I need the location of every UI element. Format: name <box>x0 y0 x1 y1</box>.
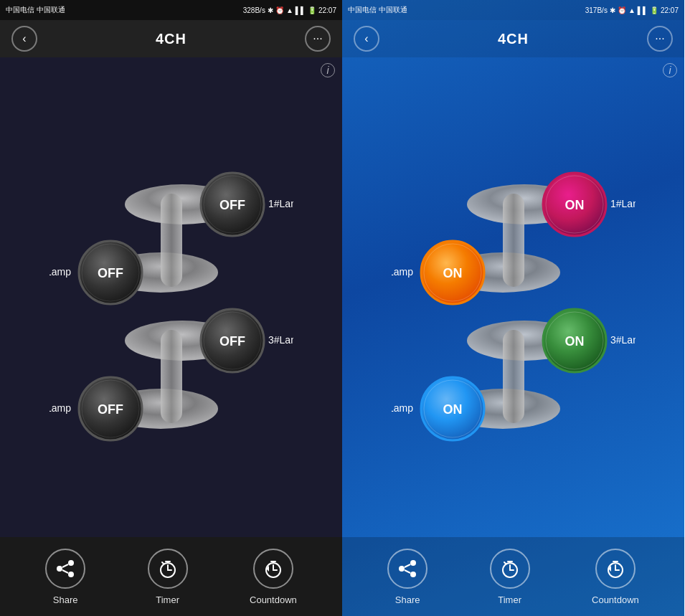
title-blue: 4CH <box>498 31 529 47</box>
dark-panel: 中国电信 中国联通 328B/s ✱ ⏰ ▲ ▌▌ 🔋 22:07 ‹ 4CH … <box>0 0 342 616</box>
svg-text:2#Lamp: 2#Lamp <box>392 266 413 278</box>
svg-rect-5 <box>161 330 182 423</box>
timer-icon-dark <box>148 549 188 589</box>
blue-panel: 中国电信 中国联通 317B/s ✱ ⏰ ▲ ▌▌ 🔋 22:07 ‹ 4CH … <box>342 0 684 616</box>
more-button-blue[interactable]: ··· <box>647 26 673 52</box>
svg-point-60 <box>410 560 416 566</box>
svg-text:ON: ON <box>564 198 584 212</box>
status-carrier-dark: 中国电信 中国联通 <box>6 5 65 15</box>
status-right-blue: 317B/s ✱ ⏰ ▲ ▌▌ 🔋 22:07 <box>585 6 679 14</box>
main-content-blue: ON 1#Lamp ON 2#Lamp ON 3#Lamp ON 4#Lamp <box>342 57 684 537</box>
svg-text:1#Lamp: 1#Lamp <box>610 198 636 209</box>
status-right-dark: 328B/s ✱ ⏰ ▲ ▌▌ 🔋 22:07 <box>243 6 336 14</box>
switch-cluster-blue: ON 1#Lamp ON 2#Lamp ON 3#Lamp ON 4#Lamp <box>342 57 684 537</box>
share-button-dark[interactable]: Share <box>45 549 85 605</box>
bottom-bar-dark: Share Timer <box>0 537 342 616</box>
svg-point-22 <box>68 560 74 566</box>
svg-text:ON: ON <box>443 402 462 417</box>
countdown-icon-dark <box>253 549 293 589</box>
battery-icon-blue: 🔋 <box>650 6 658 14</box>
top-bar-blue: ‹ 4CH ··· <box>342 20 684 57</box>
countdown-button-dark[interactable]: Countdown <box>250 549 297 605</box>
share-icon-blue <box>387 549 427 589</box>
svg-text:OFF: OFF <box>219 334 245 349</box>
alarm-icon-blue: ⏰ <box>618 6 626 14</box>
svg-rect-4 <box>161 194 182 287</box>
svg-line-70 <box>504 562 506 564</box>
share-icon-dark <box>45 549 85 589</box>
alarm-icon-dark: ⏰ <box>275 6 284 14</box>
svg-text:ON: ON <box>564 334 584 349</box>
svg-rect-42 <box>503 194 524 287</box>
wifi-icon-dark: ▲ <box>286 6 293 14</box>
battery-icon-dark: 🔋 <box>308 6 316 14</box>
svg-point-61 <box>399 566 405 572</box>
svg-text:OFF: OFF <box>219 198 245 212</box>
svg-text:3#Lamp: 3#Lamp <box>610 334 636 346</box>
signal-icon-blue: ▌▌ <box>638 6 648 14</box>
more-button-dark[interactable]: ··· <box>305 26 331 52</box>
status-carrier-blue: 中国电信 中国联通 <box>348 5 407 15</box>
svg-line-63 <box>405 564 410 567</box>
svg-text:4#Lamp: 4#Lamp <box>392 402 413 414</box>
svg-line-64 <box>405 570 410 573</box>
svg-text:ON: ON <box>443 266 462 280</box>
speed-dark: 328B/s <box>243 6 265 14</box>
status-bar-dark: 中国电信 中国联通 328B/s ✱ ⏰ ▲ ▌▌ 🔋 22:07 <box>0 0 342 20</box>
share-button-blue[interactable]: Share <box>387 549 427 605</box>
signal-icon-dark: ▌▌ <box>296 6 306 14</box>
back-button-blue[interactable]: ‹ <box>354 26 379 52</box>
main-content-dark: OFF 1#Lamp OFF 2#Lamp OFF 3#Lamp OFF <box>0 57 342 537</box>
timer-button-dark[interactable]: Timer <box>148 549 188 605</box>
svg-point-23 <box>57 566 62 572</box>
share-label-dark: Share <box>53 594 78 605</box>
svg-text:3#Lamp: 3#Lamp <box>268 334 293 346</box>
bt-icon-dark: ✱ <box>268 6 273 14</box>
bt-icon-blue: ✱ <box>610 6 615 14</box>
timer-label-blue: Timer <box>498 594 521 605</box>
timer-label-dark: Timer <box>156 594 179 605</box>
svg-text:OFF: OFF <box>98 402 123 417</box>
svg-text:2#Lamp: 2#Lamp <box>49 266 71 278</box>
svg-line-26 <box>62 570 68 573</box>
countdown-label-dark: Countdown <box>250 594 297 605</box>
speed-blue: 317B/s <box>585 6 608 14</box>
carrier1-blue: 中国电信 <box>348 5 377 15</box>
svg-line-25 <box>62 564 68 567</box>
timer-button-blue[interactable]: Timer <box>490 549 530 605</box>
svg-point-24 <box>68 572 74 577</box>
svg-point-62 <box>410 572 416 577</box>
bottom-bar-blue: Share Timer <box>342 537 684 616</box>
status-bar-blue: 中国电信 中国联通 317B/s ✱ ⏰ ▲ ▌▌ 🔋 22:07 <box>342 0 684 20</box>
carrier2-blue: 中国联通 <box>379 5 407 15</box>
cluster-svg-dark: OFF 1#Lamp OFF 2#Lamp OFF 3#Lamp OFF <box>49 133 293 463</box>
countdown-icon-blue <box>595 549 636 589</box>
svg-text:4#Lamp: 4#Lamp <box>49 402 71 414</box>
share-label-blue: Share <box>395 594 420 605</box>
timer-icon-blue <box>490 549 530 589</box>
cluster-svg-blue: ON 1#Lamp ON 2#Lamp ON 3#Lamp ON 4#Lamp <box>392 133 636 463</box>
time-dark: 22:07 <box>318 6 336 14</box>
switch-cluster-dark: OFF 1#Lamp OFF 2#Lamp OFF 3#Lamp OFF <box>0 57 342 537</box>
svg-text:1#Lamp: 1#Lamp <box>268 198 293 209</box>
back-button-dark[interactable]: ‹ <box>11 26 37 52</box>
carrier2-dark: 中国联通 <box>37 5 65 15</box>
top-bar-dark: ‹ 4CH ··· <box>0 20 342 57</box>
countdown-label-blue: Countdown <box>592 594 639 605</box>
title-dark: 4CH <box>156 31 186 47</box>
svg-text:OFF: OFF <box>98 266 123 280</box>
countdown-button-blue[interactable]: Countdown <box>592 549 639 605</box>
time-blue: 22:07 <box>661 6 679 14</box>
svg-line-32 <box>162 562 164 564</box>
carrier1-dark: 中国电信 <box>6 5 34 15</box>
svg-rect-43 <box>503 330 524 423</box>
wifi-icon-blue: ▲ <box>628 6 636 14</box>
